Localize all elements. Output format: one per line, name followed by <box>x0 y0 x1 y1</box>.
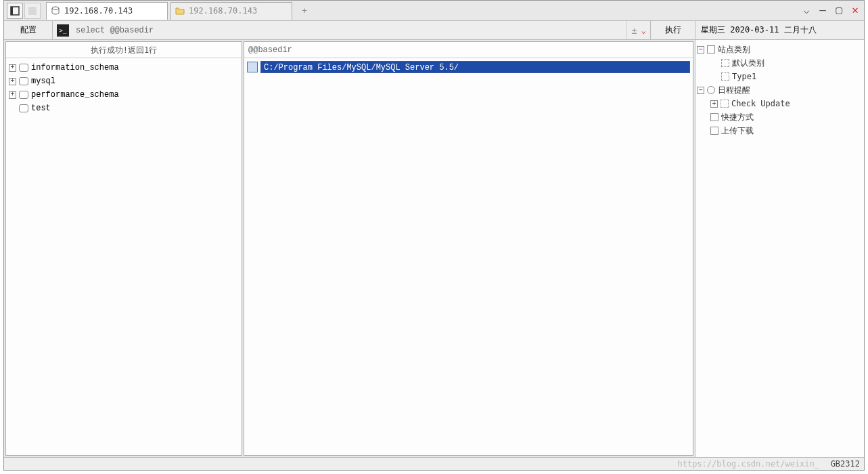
result-cell[interactable]: C:/Program Files/MySQL/MySQL Server 5.5/ <box>260 61 690 73</box>
body-area: 执行成功!返回1行 + information_schema + mysql +… <box>4 40 864 458</box>
command-input[interactable]: select @@basedir <box>73 21 626 39</box>
right-panel: − 站点类别 默认类别 Type1 − 日程提醒 <box>695 40 864 457</box>
database-icon <box>51 6 60 16</box>
box-icon <box>710 127 718 135</box>
left-panel: 执行成功!返回1行 + information_schema + mysql +… <box>5 41 242 456</box>
tree-item-label: performance_schema <box>31 90 119 100</box>
tree-item-label: test <box>31 104 51 113</box>
row-checkbox[interactable] <box>247 62 258 72</box>
status-bar: GB2312 <box>4 458 864 470</box>
collapse-icon[interactable]: − <box>697 46 704 53</box>
expand-icon[interactable]: + <box>9 91 16 99</box>
result-row: C:/Program Files/MySQL/MySQL Server 5.5/ <box>244 58 693 76</box>
rtree-type1[interactable]: Type1 <box>697 70 863 83</box>
encoding-label: GB2312 <box>831 459 860 469</box>
rtree-label: 日程提醒 <box>718 85 750 96</box>
toolbar-icons <box>4 3 43 19</box>
toolbar-button-disabled <box>24 3 41 19</box>
db-icon <box>19 64 28 72</box>
execute-button[interactable]: 执行 <box>650 21 695 39</box>
tab-active-label: 192.168.70.143 <box>64 6 133 16</box>
item-icon <box>721 100 729 108</box>
rtree-default-category[interactable]: 默认类别 <box>697 56 863 70</box>
tab-inactive[interactable]: 192.168.70.143 <box>170 2 292 20</box>
rtree-label: 站点类别 <box>718 44 750 56</box>
clock-icon <box>707 86 715 94</box>
rtree-shortcut[interactable]: 快捷方式 <box>697 110 863 124</box>
rtree-check-update[interactable]: + Check Update <box>697 97 863 110</box>
panel-toggle-icon[interactable] <box>7 3 23 19</box>
tab-bar: 192.168.70.143 192.168.70.143 + ⌵ — ▢ ✕ <box>4 1 864 21</box>
maximize-button[interactable]: ▢ <box>833 3 845 16</box>
close-button[interactable]: ✕ <box>849 3 861 16</box>
tree-item-test[interactable]: test <box>9 102 239 115</box>
category-icon <box>721 72 729 81</box>
command-bar: 配置 >_ select @@basedir ± ⌄ 执行 星期三 2020-0… <box>4 21 864 40</box>
rtree-upload-download[interactable]: 上传下载 <box>697 124 863 137</box>
chevron-down-icon[interactable]: ⌄ <box>641 26 646 35</box>
center-panel: @@basedir C:/Program Files/MySQL/MySQL S… <box>244 41 693 456</box>
plus-minus-icon[interactable]: ± <box>631 25 637 36</box>
right-tree: − 站点类别 默认类别 Type1 − 日程提醒 <box>695 40 864 457</box>
svg-rect-1 <box>11 7 13 15</box>
collapse-icon[interactable]: − <box>697 87 704 94</box>
tree-item-performance-schema[interactable]: + performance_schema <box>9 88 239 102</box>
config-button[interactable]: 配置 <box>4 21 53 39</box>
rtree-label: Type1 <box>732 72 756 81</box>
minimize-button[interactable]: — <box>817 3 829 16</box>
expand-spacer <box>9 105 16 112</box>
app-frame: 192.168.70.143 192.168.70.143 + ⌵ — ▢ ✕ … <box>3 0 865 471</box>
svg-point-3 <box>52 7 59 9</box>
tree-item-label: mysql <box>31 77 55 86</box>
rtree-label: Check Update <box>731 99 790 108</box>
command-indicators: ± ⌄ <box>626 21 650 39</box>
db-icon <box>19 104 28 112</box>
folder-icon <box>175 6 185 16</box>
tab-inactive-label: 192.168.70.143 <box>189 6 257 16</box>
rtree-label: 上传下载 <box>721 125 754 137</box>
db-icon <box>19 91 28 99</box>
tab-active[interactable]: 192.168.70.143 <box>46 2 168 20</box>
expand-icon[interactable]: + <box>710 100 718 108</box>
db-icon <box>19 77 28 85</box>
database-tree: + information_schema + mysql + performan… <box>6 58 242 455</box>
expand-icon[interactable]: + <box>9 64 16 72</box>
left-status-header: 执行成功!返回1行 <box>6 42 242 58</box>
date-display: 星期三 2020-03-11 二月十八 <box>695 21 864 39</box>
expand-icon[interactable]: + <box>9 78 16 85</box>
dropdown-icon[interactable]: ⌵ <box>800 3 813 16</box>
tab-add-button[interactable]: + <box>296 3 313 19</box>
rtree-schedule[interactable]: − 日程提醒 <box>697 83 863 97</box>
tree-item-mysql[interactable]: + mysql <box>9 74 239 88</box>
svg-rect-2 <box>28 7 37 15</box>
rtree-label: 默认类别 <box>732 58 764 69</box>
terminal-icon: >_ <box>57 24 69 37</box>
rtree-label: 快捷方式 <box>721 112 754 123</box>
window-controls: ⌵ — ▢ ✕ <box>800 3 861 16</box>
column-header[interactable]: @@basedir <box>244 42 693 58</box>
box-icon <box>710 113 718 121</box>
tree-item-label: information_schema <box>31 63 119 72</box>
tree-item-information-schema[interactable]: + information_schema <box>9 61 239 74</box>
category-icon <box>721 59 729 67</box>
rtree-site-category[interactable]: − 站点类别 <box>697 43 863 56</box>
box-icon <box>707 45 715 53</box>
